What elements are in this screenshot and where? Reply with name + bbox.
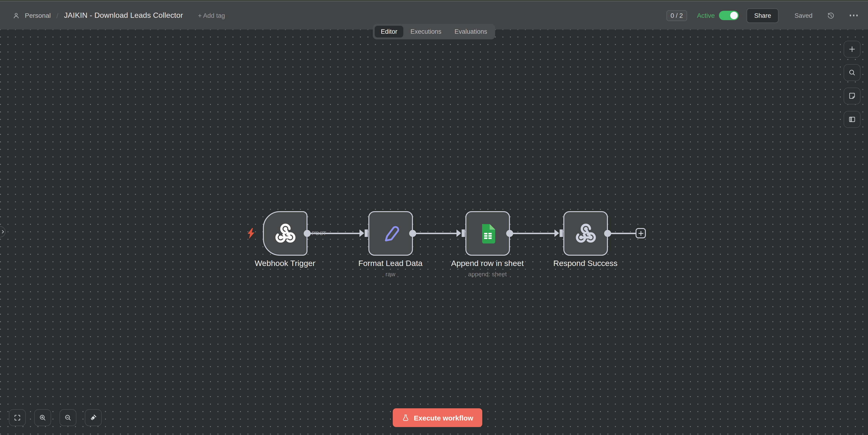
breadcrumb-separator: / — [57, 11, 58, 20]
execute-workflow-label: Execute workflow — [414, 414, 473, 422]
input-port[interactable] — [462, 229, 465, 237]
plus-icon — [638, 230, 644, 236]
tab-evaluations[interactable]: Evaluations — [448, 26, 494, 37]
webhook-method-label: POST — [312, 230, 327, 236]
zoom-to-fit-button[interactable] — [9, 409, 26, 426]
layout-panel-icon — [848, 115, 856, 124]
execution-counter-badge[interactable]: 0 / 2 — [666, 10, 687, 21]
more-options-button[interactable] — [849, 15, 858, 16]
input-port-arrow — [360, 229, 364, 237]
toggle-panel-button[interactable] — [844, 111, 861, 128]
connection-wire — [610, 233, 636, 234]
zoom-in-icon — [38, 413, 47, 422]
tab-executions[interactable]: Executions — [404, 26, 447, 37]
sticky-note-button[interactable] — [844, 88, 861, 104]
node-respond-success[interactable] — [563, 211, 608, 256]
chevron-right-icon — [0, 229, 5, 234]
node-webhook-trigger[interactable] — [263, 211, 307, 256]
personal-workspace-icon — [12, 11, 20, 20]
view-tabs: Editor Executions Evaluations — [373, 24, 495, 39]
history-clock-icon — [826, 11, 835, 20]
plus-icon — [848, 45, 856, 54]
node-sublabel: append: sheet — [417, 271, 558, 278]
node-label: Respond Success — [515, 259, 656, 268]
google-sheets-icon — [475, 221, 500, 246]
input-port-arrow — [554, 229, 559, 237]
input-port-arrow — [457, 229, 461, 237]
broom-icon — [89, 413, 97, 422]
node-format-lead-data[interactable] — [368, 211, 413, 256]
webhook-icon — [573, 221, 598, 246]
output-port[interactable] — [304, 230, 311, 237]
open-nodes-panel-button[interactable] — [844, 41, 861, 58]
connection-wire — [512, 233, 555, 234]
input-port[interactable] — [560, 229, 563, 237]
zoom-out-button[interactable] — [60, 409, 76, 426]
zoom-in-button[interactable] — [34, 409, 51, 426]
execute-workflow-button[interactable]: Execute workflow — [393, 408, 482, 427]
edit-pencil-icon — [378, 221, 403, 246]
sticky-note-icon — [848, 92, 856, 100]
fit-view-icon — [13, 413, 22, 422]
input-port[interactable] — [365, 229, 368, 237]
active-label: Active — [697, 12, 715, 19]
node-append-row-in-sheet[interactable] — [465, 211, 510, 256]
n8n-workflow-editor: Personal / JAIKIN - Download Leads Colle… — [0, 0, 868, 435]
output-port[interactable] — [409, 230, 416, 237]
active-toggle[interactable] — [719, 11, 739, 20]
trigger-bolt-icon — [246, 228, 256, 239]
header-actions: 0 / 2 Active Share Saved — [666, 8, 858, 23]
search-button[interactable] — [844, 64, 861, 81]
zoom-out-icon — [64, 413, 72, 422]
ellipsis-icon — [849, 15, 858, 16]
share-button[interactable]: Share — [747, 8, 778, 23]
webhook-icon — [273, 221, 298, 246]
breadcrumb: Personal / JAIKIN - Download Leads Colle… — [12, 11, 228, 20]
search-icon — [848, 68, 856, 77]
workflow-title[interactable]: JAIKIN - Download Leads Collector — [64, 11, 183, 20]
output-port[interactable] — [604, 230, 611, 237]
connection-wire — [415, 233, 457, 234]
add-node-endpoint-button[interactable] — [636, 228, 646, 238]
breadcrumb-workspace[interactable]: Personal — [25, 12, 51, 19]
history-button[interactable] — [826, 11, 835, 20]
tab-editor[interactable]: Editor — [375, 26, 404, 37]
sidebar-expand-button[interactable] — [0, 226, 6, 237]
tidy-up-button[interactable] — [85, 409, 102, 426]
saved-status: Saved — [795, 12, 812, 19]
output-port[interactable] — [506, 230, 513, 237]
add-tag-button[interactable]: + Add tag — [195, 11, 228, 20]
toggle-knob — [730, 12, 738, 19]
flask-icon — [402, 414, 410, 422]
